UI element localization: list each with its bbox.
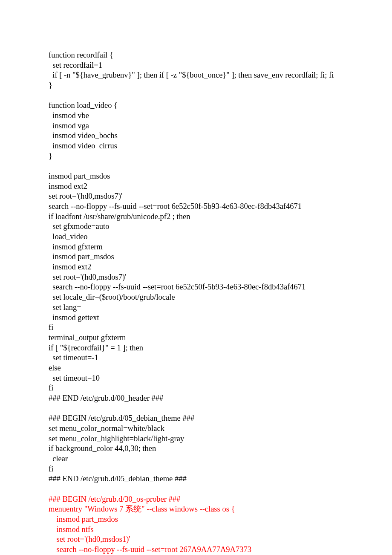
code-line: if [ "${recordfail}" = 1 ]; then <box>49 343 392 353</box>
code-line: set menu_color_normal=white/black <box>49 424 392 434</box>
code-line <box>49 161 392 171</box>
code-line: search --no-floppy --fs-uuid --set=root … <box>49 545 392 555</box>
code-line: set timeout=10 <box>49 373 392 384</box>
code-line: fi <box>49 323 392 333</box>
code-line: terminal_output gfxterm <box>49 333 392 343</box>
code-line: insmod vbe <box>49 111 392 121</box>
code-line: if loadfont /usr/share/grub/unicode.pf2 … <box>49 212 392 222</box>
code-line: else <box>49 363 392 373</box>
code-line: ### END /etc/grub.d/00_header ### <box>49 393 392 404</box>
code-line: fi <box>49 464 392 474</box>
code-line: function load_video { <box>49 101 392 111</box>
code-line: ### END /etc/grub.d/05_debian_theme ### <box>49 474 392 484</box>
code-line: fi <box>49 383 392 393</box>
code-line: } <box>49 81 392 91</box>
code-line: insmod gfxterm <box>49 242 392 252</box>
code-line: insmod part_msdos <box>49 515 392 525</box>
code-line: set gfxmode=auto <box>49 222 392 232</box>
code-line: insmod vga <box>49 121 392 131</box>
code-line: function recordfail { <box>49 50 392 61</box>
code-line: insmod video_bochs <box>49 131 392 141</box>
code-line: set menu_color_highlight=black/light-gra… <box>49 434 392 444</box>
code-line: insmod video_cirrus <box>49 141 392 151</box>
code-line <box>49 484 392 494</box>
code-line: set root='(hd0,msdos7)' <box>49 191 392 202</box>
code-line: set lang= <box>49 303 392 313</box>
code-line: set locale_dir=($root)/boot/grub/locale <box>49 292 392 303</box>
code-line: set timeout=-1 <box>49 353 392 363</box>
document-page: function recordfail { set recordfail=1 i… <box>0 0 392 555</box>
code-line <box>49 404 392 414</box>
code-line: ### BEGIN /etc/grub.d/05_debian_theme ##… <box>49 413 392 424</box>
code-line: } <box>49 151 392 162</box>
code-line: ### BEGIN /etc/grub.d/30_os-prober ### <box>49 494 392 505</box>
code-line: insmod ext2 <box>49 262 392 272</box>
code-line: if [ -n "${have_grubenv}" ]; then if [ -… <box>49 70 392 81</box>
code-line: set root='(hd0,msdos1)' <box>49 535 392 545</box>
code-line: load_video <box>49 232 392 242</box>
code-line: search --no-floppy --fs-uuid --set=root … <box>49 202 392 212</box>
code-line <box>49 91 392 101</box>
code-line: insmod ext2 <box>49 182 392 192</box>
code-line: insmod ntfs <box>49 525 392 535</box>
code-line: clear <box>49 454 392 464</box>
code-line: insmod part_msdos <box>49 252 392 262</box>
code-line: insmod part_msdos <box>49 171 392 182</box>
code-line: set root='(hd0,msdos7)' <box>49 272 392 283</box>
code-line: if background_color 44,0,30; then <box>49 444 392 454</box>
code-line: search --no-floppy --fs-uuid --set=root … <box>49 282 392 292</box>
code-line: insmod gettext <box>49 313 392 323</box>
code-line: menuentry "Windows 7 系统" --class windows… <box>49 504 392 515</box>
code-line: set recordfail=1 <box>49 61 392 71</box>
